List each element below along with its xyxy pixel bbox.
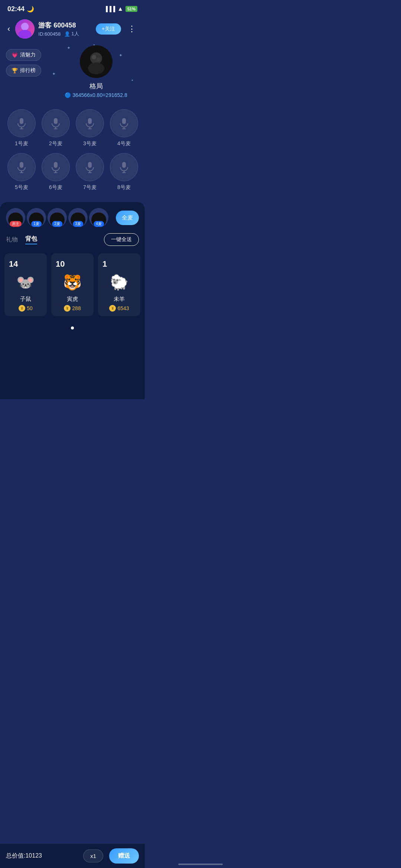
tab-gift[interactable]: 礼物 [6, 236, 18, 244]
mic4-badge: 4麦 [94, 221, 104, 227]
gift-item-3[interactable]: 1 🐑 未羊 ¥ 6543 [98, 253, 140, 316]
coin-icon-2: ¥ [64, 305, 71, 312]
svg-rect-10 [54, 118, 58, 124]
signal-icon: ▐▐▐ [104, 6, 115, 12]
wifi-icon: ▲ [117, 6, 123, 12]
bottom-panel: 房主 1麦 2麦 3麦 4麦 全麦 礼物 背包 一键全送 14 🐭 子鼠 [0, 202, 145, 399]
mic-label-7: 7号麦 [83, 184, 97, 191]
upper-section: 💗 清魅力 🏆 排行榜 格局 🔵 364 [0, 42, 145, 105]
all-mic-button[interactable]: 全麦 [116, 211, 139, 225]
mic-slot-7[interactable]: 7号麦 [76, 153, 104, 191]
mic-label-1: 1号麦 [15, 140, 28, 147]
mic2-badge: 2麦 [52, 221, 62, 227]
tab-backpack[interactable]: 背包 [25, 235, 37, 244]
mic-slot-5[interactable]: 5号麦 [7, 153, 36, 191]
user-id: ID:600458 [38, 31, 61, 37]
status-icons: ▐▐▐ ▲ 51% [104, 6, 137, 12]
gift-tabs: 礼物 背包 一键全送 [0, 230, 145, 249]
gift-price-1: ¥ 50 [19, 305, 33, 312]
mic-slot-6[interactable]: 6号麦 [42, 153, 70, 191]
more-button[interactable]: ⋮ [125, 23, 139, 35]
gift-name-1: 子鼠 [20, 296, 31, 303]
mic-label-6: 6号麦 [49, 184, 62, 191]
svg-rect-25 [88, 162, 92, 168]
gift-count-1: 14 [9, 259, 18, 269]
svg-point-6 [97, 58, 100, 61]
gift-grid: 14 🐭 子鼠 ¥ 50 10 🐯 寅虎 ¥ 288 1 🐑 未羊 ¥ 6543 [0, 249, 145, 321]
header: ‹ 游客 600458 ID:600458 👤 1人 +关注 ⋮ [0, 16, 145, 42]
svg-rect-13 [88, 118, 92, 124]
back-button[interactable]: ‹ [6, 23, 12, 35]
moon-icon: 🌙 [27, 6, 34, 13]
profile-name: 格局 [89, 82, 103, 91]
gift-item-1[interactable]: 14 🐭 子鼠 ¥ 50 [4, 253, 47, 316]
svg-rect-22 [54, 162, 58, 168]
send-all-button[interactable]: 一键全送 [104, 233, 139, 246]
svg-rect-28 [122, 162, 126, 168]
profile-score: 🔵 364566x0.80=291652.8 [65, 92, 127, 98]
trophy-icon: 🏆 [12, 68, 18, 74]
mic1-badge: 1麦 [31, 221, 42, 227]
audience-mic3[interactable]: 3麦 [68, 208, 88, 227]
gift-count-3: 1 [102, 259, 107, 269]
audience-row: 房主 1麦 2麦 3麦 4麦 全麦 [0, 202, 145, 230]
gift-visual-3: 🐑 [108, 271, 130, 293]
coin-icon-3: ¥ [109, 305, 116, 312]
person-icon: 👤 [64, 31, 70, 37]
gift-name-3: 未羊 [114, 296, 125, 303]
svg-point-4 [88, 62, 104, 74]
user-name: 游客 600458 [38, 21, 92, 30]
svg-rect-16 [122, 118, 126, 124]
gift-price-3: ¥ 6543 [109, 305, 129, 312]
audience-mic2[interactable]: 2麦 [48, 208, 67, 227]
gift-item-2[interactable]: 10 🐯 寅虎 ¥ 288 [51, 253, 94, 316]
user-avatar[interactable] [15, 19, 35, 39]
battery-icon: 51% [125, 6, 137, 12]
mic-label-5: 5号麦 [15, 184, 28, 191]
mic-label-8: 8号麦 [117, 184, 131, 191]
user-followers: 👤 1人 [64, 30, 79, 37]
mic-label-3: 3号麦 [83, 140, 97, 147]
mic-slot-8[interactable]: 8号麦 [110, 153, 138, 191]
mic-label-4: 4号麦 [117, 140, 131, 147]
svg-point-1 [18, 30, 32, 39]
mic-grid: 1号麦 2号麦 3号麦 [0, 105, 145, 198]
profile-avatar[interactable] [80, 45, 113, 78]
audience-mic1[interactable]: 1麦 [27, 208, 46, 227]
mic-label-2: 2号麦 [49, 140, 62, 147]
follow-button[interactable]: +关注 [96, 23, 121, 35]
user-info: 游客 600458 ID:600458 👤 1人 [38, 21, 92, 37]
svg-point-5 [92, 55, 96, 59]
fire-icon: 🔵 [65, 92, 71, 98]
mic-slot-1[interactable]: 1号麦 [7, 109, 36, 147]
coin-icon-1: ¥ [19, 305, 25, 312]
pagination-dot-1 [71, 326, 74, 329]
mic-slot-3[interactable]: 3号麦 [76, 109, 104, 147]
mic3-badge: 3麦 [73, 221, 83, 227]
profile-center: 格局 🔵 364566x0.80=291652.8 [47, 42, 145, 105]
audience-host[interactable]: 房主 [6, 208, 25, 227]
heart-icon: 💗 [12, 52, 18, 58]
left-actions: 💗 清魅力 🏆 排行榜 [0, 42, 47, 84]
gift-price-2: ¥ 288 [64, 305, 81, 312]
mic-slot-2[interactable]: 2号麦 [42, 109, 70, 147]
gift-visual-1: 🐭 [14, 271, 37, 293]
status-time: 02:44 [7, 5, 25, 13]
svg-rect-7 [20, 118, 23, 124]
audience-mic4[interactable]: 4麦 [89, 208, 108, 227]
charm-button[interactable]: 💗 清魅力 [6, 49, 41, 61]
gift-count-2: 10 [56, 259, 65, 269]
gift-visual-2: 🐯 [61, 271, 84, 293]
gift-name-2: 寅虎 [67, 296, 78, 303]
pagination [0, 321, 145, 332]
host-badge: 房主 [10, 221, 22, 227]
ranking-button[interactable]: 🏆 排行榜 [6, 65, 41, 77]
status-bar: 02:44 🌙 ▐▐▐ ▲ 51% [0, 0, 145, 16]
mic-slot-4[interactable]: 4号麦 [110, 109, 138, 147]
svg-rect-19 [20, 162, 23, 168]
svg-point-0 [21, 23, 29, 30]
